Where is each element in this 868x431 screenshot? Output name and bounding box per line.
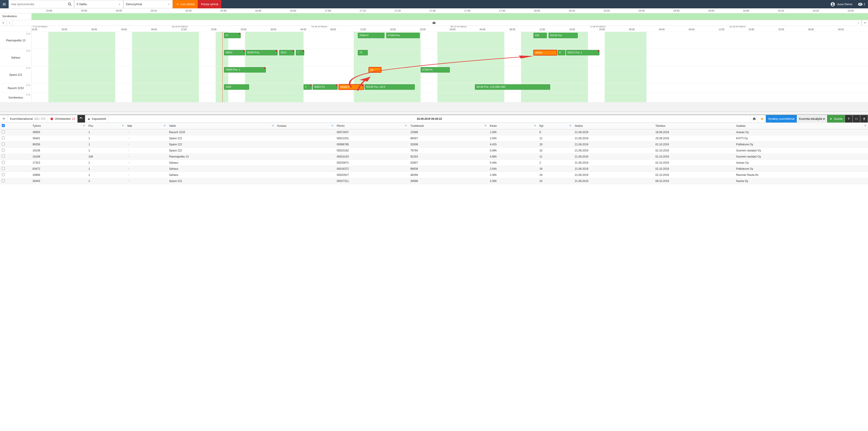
gantt-row: Rausch 3233213091!90601 Po!88348 P!56136…	[0, 83, 868, 93]
selection-dropdown[interactable]: 5 Valittu	[74, 0, 123, 8]
gantt-lane[interactable]: 76064 Pos. 1!8807269 Pc	[32, 66, 868, 83]
tick: 18:10	[555, 8, 589, 13]
selection-dropdown-label: 5 Valittu	[76, 2, 87, 6]
tick: 19:20	[798, 8, 833, 13]
shift-block	[49, 32, 115, 49]
gantt-row: Sahaus290601!65254 Pos.!5613!7!738834866…	[0, 49, 868, 66]
shift-block	[132, 49, 199, 66]
tick: 17:20	[380, 8, 415, 13]
error-badge-icon: !	[276, 50, 278, 52]
gantt-task[interactable]: 1309	[224, 84, 249, 90]
gantt-task[interactable]: 88348	[533, 50, 557, 55]
gantt-task[interactable]: 5613!	[279, 50, 294, 55]
shift-block	[437, 93, 504, 102]
hour-label: 04:00	[480, 28, 509, 32]
error-badge-icon: !	[336, 84, 338, 86]
gantt-task[interactable]: 76064 P	[358, 33, 384, 38]
search-container	[8, 0, 74, 8]
gantt-task[interactable]: 7!	[296, 50, 304, 55]
hour-label: 20:00	[241, 28, 271, 32]
plus-icon	[176, 3, 179, 6]
gantt-lane[interactable]	[32, 93, 868, 102]
gantt-task[interactable]: 1!	[304, 84, 312, 90]
nav-fast-forward-button[interactable]	[862, 20, 868, 25]
delete-group-button[interactable]: Poista ryhmä	[198, 0, 221, 8]
shift-block	[49, 49, 115, 66]
error-badge-icon: !	[239, 33, 241, 35]
tick: 17:10	[345, 8, 380, 13]
hour-label: 12:00	[181, 28, 211, 32]
nav-fast-back-button[interactable]	[0, 20, 6, 25]
gantt-task[interactable]: 88348 P!	[339, 84, 364, 90]
shift-block	[521, 66, 588, 83]
shift-block	[604, 49, 647, 66]
user-name: Jussi Demo	[837, 2, 852, 6]
chevron-right-icon	[857, 22, 860, 24]
hour-label: 20:00	[420, 28, 450, 32]
error-badge-icon: !	[598, 50, 599, 52]
gantt-task[interactable]: 90601!	[224, 50, 245, 55]
tick: 16:40	[241, 8, 276, 13]
tick: 17:50	[485, 8, 520, 13]
fine-timeline: 15:4015:5016:0016:1016:2016:3016:4016:50…	[0, 8, 868, 13]
viewers-indicator: 2	[855, 0, 868, 8]
row-meta: 2	[26, 93, 31, 96]
gantt-row: Sorvikeskus2	[0, 93, 868, 102]
hour-label: 00:00	[629, 28, 659, 32]
day-label: KE 25 SYYSKUU	[171, 26, 311, 28]
gantt-task[interactable]: 07269 Pc	[421, 67, 450, 72]
hour-label: 16:00	[32, 28, 61, 32]
gantt-chart: TI 24 SYYSKUUKE 25 SYYSKUUTO 26 SYYSKUUP…	[0, 26, 868, 112]
hour-label: 08:00	[509, 28, 539, 32]
camera-icon[interactable]	[432, 21, 436, 24]
double-chevron-left-icon	[2, 22, 4, 24]
search-button[interactable]	[66, 2, 74, 6]
gantt-task[interactable]: 47!	[224, 33, 241, 38]
gantt-task[interactable]: 626	[533, 33, 547, 38]
hour-label: 04:00	[301, 28, 330, 32]
gantt-task[interactable]: 56136 Pos	[549, 33, 578, 38]
gantt-task[interactable]: 88	[369, 67, 381, 72]
create-group-label: Luo ryhmä	[181, 2, 194, 6]
gantt-task[interactable]: 73	[358, 50, 368, 55]
gantt-task[interactable]: 76064 Pos. 1!	[224, 67, 266, 72]
hour-label: 16:00	[390, 28, 420, 32]
shift-block	[437, 49, 504, 66]
group-dropdown[interactable]: Demoryhmä	[123, 0, 173, 8]
gantt-task[interactable]: 56136 Pos. 1(6.9	[365, 84, 415, 90]
hour-label: 16:00	[569, 28, 599, 32]
double-chevron-right-icon	[864, 22, 866, 24]
gantt-task[interactable]: 90601 Po!	[313, 84, 338, 90]
hour-label: 00:00	[91, 28, 121, 32]
hour-label: 12:00	[360, 28, 390, 32]
tick: 16:20	[171, 8, 206, 13]
menu-button[interactable]	[0, 0, 8, 8]
tick: 16:30	[206, 8, 241, 13]
nav-back-button[interactable]	[6, 20, 13, 25]
gantt-task[interactable]: 65254 Pos.!	[246, 50, 278, 55]
gantt-task[interactable]: 6	[558, 50, 565, 55]
tick: 17:30	[415, 8, 450, 13]
tick: 16:50	[276, 8, 310, 13]
resource-name: Plasmapoltto 13	[6, 39, 25, 42]
gantt-lane[interactable]: 90601!65254 Pos.!5613!7!7388348662611 Po…	[32, 49, 868, 66]
chevron-left-icon	[8, 22, 11, 24]
shift-block	[132, 66, 199, 83]
create-group-button[interactable]: Luo ryhmä	[173, 0, 198, 8]
shift-block	[437, 32, 504, 49]
day-label: PE 27 SYYSKUU	[450, 26, 589, 28]
shift-block	[245, 32, 304, 49]
gantt-task[interactable]: 56136 Pos. 1(10.00h) 000	[475, 84, 550, 90]
tick: 18:30	[624, 8, 659, 13]
search-input[interactable]	[9, 2, 66, 6]
gantt-header: TI 24 SYYSKUUKE 25 SYYSKUUTO 26 SYYSKUUP…	[0, 26, 868, 32]
user-menu[interactable]: Jussi Demo	[828, 0, 855, 8]
error-badge-icon: !	[243, 50, 245, 52]
gantt-task[interactable]: 07269 Pos.	[386, 33, 420, 38]
gantt-scrollbar[interactable]	[0, 102, 868, 112]
gantt-lane[interactable]: 47!76064 P07269 Pos.62656136 Pos	[32, 32, 868, 49]
gantt-task[interactable]: 62611 Pos. 1!	[566, 50, 599, 55]
gantt-lane[interactable]: 13091!90601 Po!88348 P!56136 Pos. 1(6.95…	[32, 83, 868, 93]
nav-forward-button[interactable]	[855, 20, 862, 25]
shift-block	[354, 66, 421, 83]
